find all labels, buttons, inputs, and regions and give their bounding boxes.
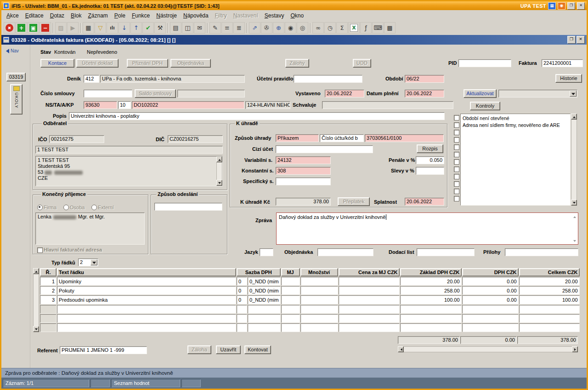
cell-num[interactable]: 2 <box>40 286 57 295</box>
kontrola-checkbox[interactable] <box>454 130 459 135</box>
objednavka-button[interactable]: Objednávka <box>170 59 211 68</box>
cell-zaklad[interactable] <box>400 314 462 323</box>
execute-icon[interactable]: ▶ <box>67 22 79 34</box>
print-preview-icon[interactable]: ◫ <box>182 22 193 34</box>
faktura-field[interactable]: 2241200001 <box>542 59 583 67</box>
osoba-radio[interactable] <box>63 205 69 210</box>
kontrola-checkbox[interactable] <box>454 196 459 201</box>
feed-icon[interactable]: ◉ <box>558 2 565 10</box>
list-of-values-icon[interactable]: ≣ <box>233 22 245 34</box>
cislo-smlouvy-field[interactable] <box>84 90 132 98</box>
scroll-down-button[interactable] <box>33 326 39 332</box>
cell-num[interactable] <box>40 323 57 332</box>
historie-button[interactable]: Historie <box>555 74 582 83</box>
cell-mj[interactable] <box>281 286 300 295</box>
odberatel-name-field[interactable]: 1 TEST TEST <box>35 146 223 154</box>
menu-sestavy[interactable]: Sestavy <box>261 11 288 20</box>
specificky-field[interactable] <box>276 178 331 185</box>
copy-record-icon[interactable]: ▨ <box>55 22 67 34</box>
cell-dph[interactable] <box>462 305 519 314</box>
cell-num[interactable] <box>40 305 57 314</box>
splatnost-field[interactable]: 20.06.2022 <box>405 198 444 206</box>
cell-text[interactable] <box>57 305 236 314</box>
close-document-button[interactable]: ✕ <box>577 36 585 44</box>
typ-radku-select[interactable]: 2 <box>78 258 98 266</box>
restore-window-button[interactable]: ❐ <box>567 2 575 10</box>
dropdown-arrow-icon[interactable] <box>90 259 97 265</box>
cell-text[interactable]: Pokuty <box>57 286 236 295</box>
cell-zaklad[interactable] <box>400 323 462 332</box>
konstantni-field[interactable]: 308 <box>276 167 331 175</box>
cell-sazba-kod[interactable] <box>248 314 281 323</box>
cell-mnozstvi[interactable] <box>300 323 338 332</box>
saldo-field[interactable] <box>177 90 245 98</box>
uzavrit-button[interactable]: Uzavřít <box>216 345 241 354</box>
kontrola-checkbox[interactable] <box>454 152 459 157</box>
export-icon[interactable]: ⇗ <box>249 22 260 34</box>
menu-dotaz[interactable]: Dotaz <box>47 11 68 20</box>
prilohy-field[interactable] <box>505 248 578 256</box>
cell-dph[interactable] <box>462 323 519 332</box>
kontrola-checkbox[interactable] <box>454 181 459 187</box>
menu-funkce[interactable]: Funkce <box>129 11 153 20</box>
cell-mnozstvi[interactable] <box>300 286 338 295</box>
print-icon[interactable]: ▤ <box>170 22 181 34</box>
menu-blok[interactable]: Blok <box>68 11 85 20</box>
modules-icon[interactable]: ▩ <box>384 22 396 34</box>
kontrola-checkbox[interactable] <box>454 166 459 172</box>
insert-record-icon[interactable]: + <box>16 22 27 34</box>
confirm-icon[interactable]: ✔ <box>142 22 154 34</box>
tools-icon[interactable]: ⚒ <box>154 22 166 34</box>
ucetni-doklad-button[interactable]: Účetní doklad <box>76 59 119 68</box>
menu-zaznam[interactable]: Záznam <box>85 11 111 20</box>
table-scrollbar[interactable] <box>33 268 39 332</box>
kp-field[interactable]: 124-HLAVNI NEHO <box>245 101 290 109</box>
kontrola-checkbox[interactable] <box>454 144 459 150</box>
scrollbar-track[interactable] <box>571 120 577 200</box>
form-number-button[interactable]: 03319 <box>6 73 26 81</box>
kontrola-checkbox[interactable] <box>454 137 459 143</box>
cell-sazba-kod[interactable]: 0_NDD (mim <box>248 286 281 295</box>
udd-button[interactable]: UDD <box>353 59 371 68</box>
obdobi-field[interactable]: 06/22 <box>405 75 444 83</box>
denik-code-field[interactable]: 412 <box>84 75 99 83</box>
sort-ascending-icon[interactable]: ↑ <box>130 22 142 34</box>
edit-document-icon[interactable]: ✎ <box>209 22 221 34</box>
cell-text[interactable] <box>57 314 236 323</box>
cell-cena[interactable] <box>339 305 400 314</box>
prijemce-text-box[interactable]: LenkaMgr. et Mgr. <box>35 212 145 245</box>
kontace-button[interactable]: Kontace <box>40 59 74 68</box>
cell-cena[interactable] <box>339 277 400 286</box>
glasses-icon[interactable]: ∞ <box>312 22 324 34</box>
jazyk-field[interactable] <box>260 248 273 256</box>
ico-field[interactable]: 00216275 <box>49 135 104 143</box>
cell-text[interactable] <box>57 323 236 332</box>
cell-cena[interactable] <box>339 295 400 304</box>
vystaveno-field[interactable]: 20.06.2022 <box>325 90 364 98</box>
kontrola-checkbox[interactable] <box>454 174 459 179</box>
cell-mj[interactable] <box>281 323 300 332</box>
kontrola-checkbox[interactable] <box>454 115 459 120</box>
cell-text[interactable]: Upominky <box>57 277 236 286</box>
cell-dph[interactable]: 0.00 <box>462 286 519 295</box>
cell-celkem[interactable] <box>519 314 580 323</box>
menu-editace[interactable]: Editace <box>22 11 47 20</box>
ta-field[interactable]: 10 <box>118 101 131 109</box>
scroll-up-button[interactable] <box>216 156 222 162</box>
popis-field[interactable]: Univerzitni knihovna - poplatky <box>69 112 445 120</box>
globe-icon[interactable]: ⊕ <box>273 22 284 34</box>
cell-num[interactable]: 3 <box>40 295 57 304</box>
cell-sazba-kod[interactable]: 0_NDD (mim <box>248 277 281 286</box>
cell-mj[interactable] <box>281 305 300 314</box>
cell-cena[interactable] <box>339 323 400 332</box>
cell-zaklad[interactable] <box>400 305 462 314</box>
cell-dph[interactable] <box>462 314 519 323</box>
cell-sazba-kod[interactable] <box>248 305 281 314</box>
scrollbar-track[interactable] <box>33 274 39 326</box>
attachment-icon[interactable]: ✇ <box>261 22 272 34</box>
objednavka-field[interactable] <box>317 248 373 256</box>
kontrola-checkbox[interactable] <box>454 189 459 194</box>
close-window-button[interactable]: ✕ <box>577 2 585 10</box>
saldo-smlouvy-button[interactable]: Saldo smlouvy <box>135 89 176 98</box>
kontovat-button[interactable]: Kontovat <box>244 345 271 354</box>
